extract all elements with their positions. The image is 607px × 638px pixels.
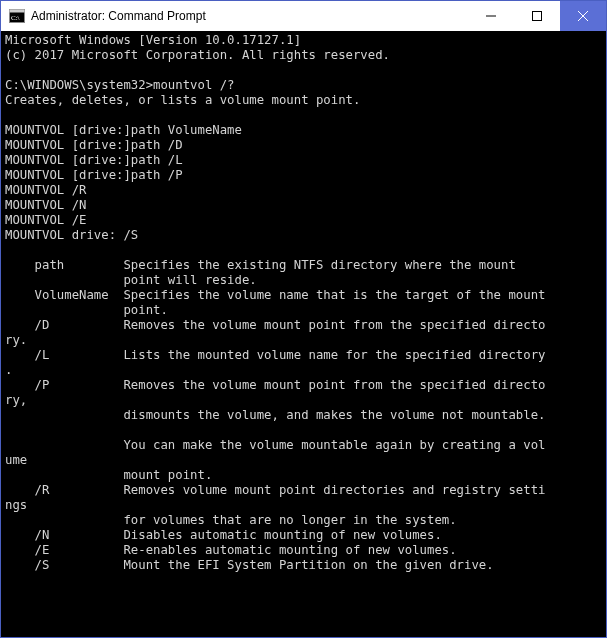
minimize-button[interactable] [468,1,514,31]
cmd-icon: C:\ [9,8,25,24]
svg-rect-1 [10,10,25,13]
command-prompt-window: C:\ Administrator: Command Prompt Micros… [0,0,607,638]
svg-rect-4 [533,12,542,21]
svg-text:C:\: C:\ [11,14,20,22]
window-title: Administrator: Command Prompt [31,9,468,23]
close-button[interactable] [560,1,606,31]
titlebar[interactable]: C:\ Administrator: Command Prompt [1,1,606,31]
window-controls [468,1,606,31]
terminal-output[interactable]: Microsoft Windows [Version 10.0.17127.1]… [1,31,606,637]
maximize-button[interactable] [514,1,560,31]
